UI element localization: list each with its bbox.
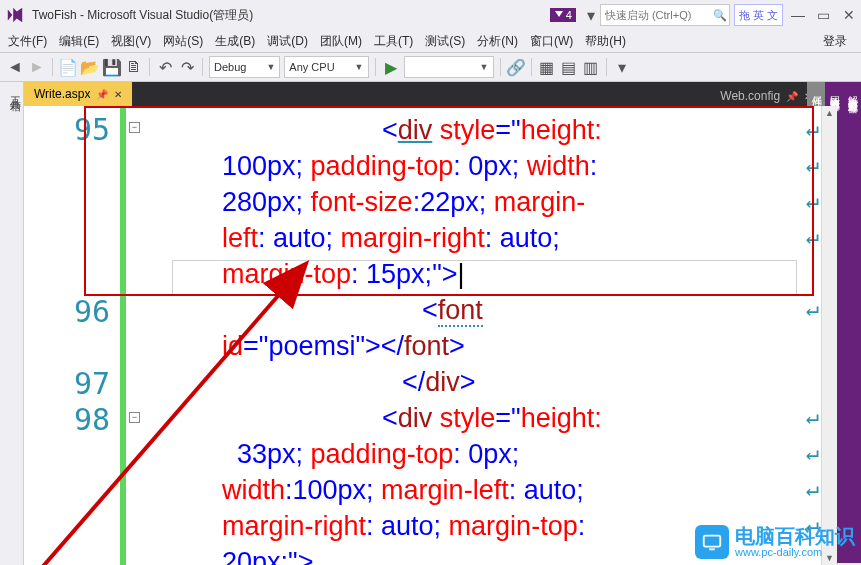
code-token: height: [521, 403, 602, 433]
fold-toggle-icon[interactable]: − [129, 412, 140, 423]
code-token: : 0px; [453, 151, 527, 181]
quick-launch-box[interactable]: 🔍 [600, 4, 730, 26]
code-token: div [398, 403, 433, 433]
svg-rect-1 [704, 536, 721, 547]
code-token: : auto; [258, 223, 341, 253]
notification-badge[interactable]: 4 [550, 8, 576, 22]
platform-dropdown[interactable]: Any CPU▼ [284, 56, 368, 78]
code-token: =" [495, 403, 520, 433]
menu-tools[interactable]: 工具(T) [374, 33, 413, 50]
watermark-icon [695, 525, 729, 559]
code-token: height: [521, 115, 602, 145]
watermark: 电脑百科知识 www.pc-daily.com [695, 525, 855, 559]
toolbox-icon[interactable]: ▦ [538, 58, 556, 76]
line-number: 95 [74, 112, 110, 147]
notification-count: 4 [566, 9, 572, 21]
extra-icon[interactable]: ▾ [613, 58, 631, 76]
code-token: : [590, 151, 598, 181]
wrap-glyph-icon: ↵ [806, 224, 819, 249]
vs-logo-icon [6, 6, 24, 24]
wrap-glyph-icon: ↵ [806, 440, 819, 465]
code-token: id [222, 331, 243, 361]
redo-icon[interactable]: ↷ [178, 58, 196, 76]
main-area: 工具箱 Write.aspx 📌 ✕ Web.config 📌 ✕ ▼ [0, 82, 861, 565]
code-token: font-size [311, 187, 413, 217]
menu-website[interactable]: 网站(S) [163, 33, 203, 50]
open-icon[interactable]: 📂 [81, 58, 99, 76]
comment-icon[interactable]: ▤ [560, 58, 578, 76]
toolbar: ◄ ► 📄 📂 💾 🗎 ↶ ↷ Debug▼ Any CPU▼ ▶ ▼ 🔗 ▦ … [0, 52, 861, 82]
caret-icon: ▼ [266, 62, 275, 72]
maximize-button[interactable]: ▭ [817, 7, 829, 23]
code-body[interactable]: <div style="height: 100px; padding-top: … [142, 106, 799, 565]
tab-strip: Write.aspx 📌 ✕ Web.config 📌 ✕ ▼ [24, 82, 837, 106]
flag-icon[interactable]: ▾ [582, 6, 600, 24]
scroll-up-button[interactable]: ▲ [822, 106, 837, 120]
menu-team[interactable]: 团队(M) [320, 33, 362, 50]
caret: | [457, 259, 464, 289]
code-token: : auto; [509, 475, 584, 505]
pin-icon[interactable]: 📌 [96, 89, 108, 100]
browser-link-icon[interactable]: 🔗 [507, 58, 525, 76]
menu-help[interactable]: 帮助(H) [585, 33, 626, 50]
right-rail: 解决方案资源管理器 团队资源管理器 属性 [837, 82, 861, 565]
code-token: width [222, 475, 285, 505]
quick-launch-input[interactable] [601, 5, 711, 25]
code-token: 20px; [222, 547, 288, 565]
code-token: padding-top [311, 439, 454, 469]
minimize-button[interactable]: — [791, 7, 803, 23]
watermark-url: www.pc-daily.com [735, 546, 855, 558]
uncomment-icon[interactable]: ▥ [582, 58, 600, 76]
start-debug-button[interactable]: ▶ [382, 58, 400, 76]
start-target-dropdown[interactable]: ▼ [404, 56, 494, 78]
code-token: </ [381, 331, 404, 361]
config-dropdown[interactable]: Debug▼ [209, 56, 280, 78]
code-token: < [422, 295, 438, 325]
menu-window[interactable]: 窗口(W) [530, 33, 573, 50]
undo-icon[interactable]: ↶ [156, 58, 174, 76]
menu-file[interactable]: 文件(F) [8, 33, 47, 50]
menu-debug[interactable]: 调试(D) [267, 33, 308, 50]
code-token: margin- [494, 187, 586, 217]
change-indicator [120, 106, 126, 565]
wrap-glyph-icon: ↵ [806, 476, 819, 501]
nav-back-button[interactable]: ◄ [6, 58, 24, 76]
menu-build[interactable]: 生成(B) [215, 33, 255, 50]
code-token: < [382, 403, 398, 433]
save-icon[interactable]: 💾 [103, 58, 121, 76]
vertical-scrollbar[interactable]: ▲ ▼ [821, 106, 837, 565]
code-token: > [460, 367, 476, 397]
close-button[interactable]: ✕ [843, 7, 855, 23]
code-token: :100px; [285, 475, 381, 505]
menu-analyze[interactable]: 分析(N) [477, 33, 518, 50]
code-token: width [527, 151, 590, 181]
search-icon[interactable]: 🔍 [711, 6, 729, 24]
menu-test[interactable]: 测试(S) [425, 33, 465, 50]
code-token: 100px; [222, 151, 311, 181]
code-token: "> [432, 259, 457, 289]
nav-fwd-button[interactable]: ► [28, 58, 46, 76]
ime-badge[interactable]: 拖 英 文 [734, 4, 783, 26]
rail-solution-explorer[interactable]: 解决方案资源管理器 [843, 82, 861, 563]
toolbox-rail[interactable]: 工具箱 [0, 82, 24, 565]
tab-active[interactable]: Write.aspx 📌 ✕ [24, 82, 132, 106]
code-area[interactable]: 95 96 97 98 − − ↵ ↵ ↵ ↵ ↵ ↵ ↵ ↵ ↵ <div s… [24, 106, 837, 565]
tab-close-icon[interactable]: ✕ [114, 89, 122, 100]
menu-view[interactable]: 视图(V) [111, 33, 151, 50]
code-token: : 0px; [453, 439, 519, 469]
code-token: margin-right [341, 223, 485, 253]
watermark-title: 电脑百科知识 [735, 526, 855, 546]
code-token: font [438, 295, 483, 327]
title-bar: TwoFish - Microsoft Visual Studio(管理员) 4… [0, 0, 861, 30]
code-token: > [449, 331, 465, 361]
gutter: 95 96 97 98 [24, 106, 120, 565]
menu-edit[interactable]: 编辑(E) [59, 33, 99, 50]
wrap-glyph-icon: ↵ [806, 152, 819, 177]
code-token: style [440, 403, 496, 433]
save-all-icon[interactable]: 🗎 [125, 58, 143, 76]
fold-toggle-icon[interactable]: − [129, 122, 140, 133]
sign-in-link[interactable]: 登录 [823, 33, 847, 50]
pin-icon[interactable]: 📌 [786, 91, 798, 102]
new-project-icon[interactable]: 📄 [59, 58, 77, 76]
code-token: "> [355, 331, 380, 361]
